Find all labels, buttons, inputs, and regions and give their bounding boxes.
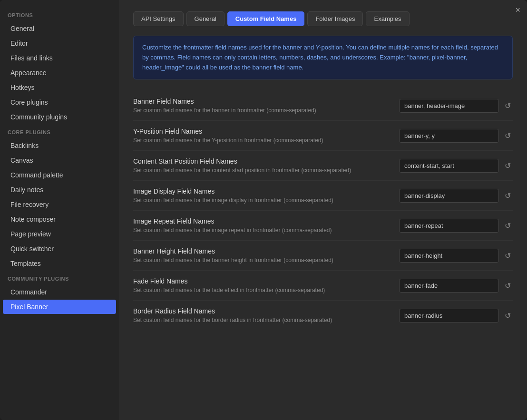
sidebar-item-appearance[interactable]: Appearance bbox=[3, 66, 116, 80]
field-desc-y-position-field-names: Set custom field names for the Y-positio… bbox=[133, 137, 391, 144]
field-info-y-position-field-names: Y-Position Field NamesSet custom field n… bbox=[133, 127, 391, 144]
field-row-content-start-position-field-names: Content Start Position Field NamesSet cu… bbox=[133, 151, 513, 181]
sidebar-item-quick-switcher[interactable]: Quick switcher bbox=[3, 242, 116, 256]
field-desc-content-start-position-field-names: Set custom field names for the content s… bbox=[133, 167, 391, 174]
reset-button-banner-field-names[interactable]: ↺ bbox=[503, 99, 513, 112]
field-label-fade-field-names: Fade Field Names bbox=[133, 277, 391, 285]
options-items-container: GeneralEditorFiles and linksAppearanceHo… bbox=[0, 21, 119, 124]
sidebar-item-community-plugins[interactable]: Community plugins bbox=[3, 110, 116, 124]
tab-api-settings[interactable]: API Settings bbox=[133, 11, 184, 26]
modal-body: Options GeneralEditorFiles and linksAppe… bbox=[0, 0, 527, 420]
tab-folder-images[interactable]: Folder Images bbox=[307, 11, 363, 26]
field-input-border-radius-field-names[interactable] bbox=[399, 309, 499, 322]
field-desc-image-repeat-field-names: Set custom field names for the image rep… bbox=[133, 227, 391, 234]
community-plugins-section-label: Community plugins bbox=[0, 271, 119, 284]
field-input-image-repeat-field-names[interactable] bbox=[399, 219, 499, 233]
field-input-image-display-field-names[interactable] bbox=[399, 189, 499, 203]
field-info-banner-height-field-names: Banner Height Field NamesSet custom fiel… bbox=[133, 247, 391, 264]
field-input-group-banner-field-names: ↺ bbox=[399, 99, 513, 113]
options-section-label: Options bbox=[0, 8, 119, 21]
sidebar-item-daily-notes[interactable]: Daily notes bbox=[3, 183, 116, 197]
field-input-y-position-field-names[interactable] bbox=[399, 129, 499, 143]
field-row-image-display-field-names: Image Display Field NamesSet custom fiel… bbox=[133, 181, 513, 211]
sidebar-item-hotkeys[interactable]: Hotkeys bbox=[3, 80, 116, 95]
reset-button-content-start-position-field-names[interactable]: ↺ bbox=[503, 159, 513, 172]
reset-button-border-radius-field-names[interactable]: ↺ bbox=[503, 309, 513, 322]
sidebar-item-canvas[interactable]: Canvas bbox=[3, 153, 116, 167]
field-row-fade-field-names: Fade Field NamesSet custom field names f… bbox=[133, 271, 513, 301]
reset-button-banner-height-field-names[interactable]: ↺ bbox=[503, 249, 513, 262]
reset-button-fade-field-names[interactable]: ↺ bbox=[503, 279, 513, 292]
field-input-group-fade-field-names: ↺ bbox=[399, 279, 513, 293]
sidebar: Options GeneralEditorFiles and linksAppe… bbox=[0, 0, 119, 420]
tab-custom-field-names[interactable]: Custom Field Names bbox=[227, 11, 305, 26]
field-info-image-repeat-field-names: Image Repeat Field NamesSet custom field… bbox=[133, 217, 391, 234]
core-plugins-section-label: Core plugins bbox=[0, 125, 119, 138]
community-plugins-items-container: CommanderPixel Banner bbox=[0, 285, 119, 314]
sidebar-item-general[interactable]: General bbox=[3, 21, 116, 36]
field-info-content-start-position-field-names: Content Start Position Field NamesSet cu… bbox=[133, 157, 391, 174]
sidebar-item-files-and-links[interactable]: Files and links bbox=[3, 51, 116, 65]
field-info-fade-field-names: Fade Field NamesSet custom field names f… bbox=[133, 277, 391, 293]
sidebar-item-backlinks[interactable]: Backlinks bbox=[3, 138, 116, 153]
field-input-group-y-position-field-names: ↺ bbox=[399, 129, 513, 143]
field-label-content-start-position-field-names: Content Start Position Field Names bbox=[133, 157, 391, 165]
field-label-image-display-field-names: Image Display Field Names bbox=[133, 187, 391, 195]
tab-general[interactable]: General bbox=[186, 11, 224, 26]
fields-container: Banner Field NamesSet custom field names… bbox=[133, 91, 513, 330]
info-box: Customize the frontmatter field names us… bbox=[133, 36, 513, 79]
field-input-banner-field-names[interactable] bbox=[399, 99, 499, 113]
field-desc-banner-field-names: Set custom field names for the banner in… bbox=[133, 107, 391, 114]
sidebar-item-page-preview[interactable]: Page preview bbox=[3, 227, 116, 241]
field-input-group-content-start-position-field-names: ↺ bbox=[399, 159, 513, 173]
field-label-y-position-field-names: Y-Position Field Names bbox=[133, 127, 391, 135]
reset-button-image-repeat-field-names[interactable]: ↺ bbox=[503, 219, 513, 232]
field-info-image-display-field-names: Image Display Field NamesSet custom fiel… bbox=[133, 187, 391, 204]
sidebar-item-templates[interactable]: Templates bbox=[3, 256, 116, 271]
field-label-image-repeat-field-names: Image Repeat Field Names bbox=[133, 217, 391, 225]
field-info-banner-field-names: Banner Field NamesSet custom field names… bbox=[133, 98, 391, 114]
sidebar-item-command-palette[interactable]: Command palette bbox=[3, 168, 116, 182]
sidebar-item-note-composer[interactable]: Note composer bbox=[3, 212, 116, 226]
field-input-group-banner-height-field-names: ↺ bbox=[399, 249, 513, 263]
sidebar-item-core-plugins[interactable]: Core plugins bbox=[3, 95, 116, 109]
sidebar-item-pixel-banner[interactable]: Pixel Banner bbox=[3, 300, 116, 314]
field-input-group-image-repeat-field-names: ↺ bbox=[399, 219, 513, 233]
field-input-group-border-radius-field-names: ↺ bbox=[399, 309, 513, 322]
field-label-banner-field-names: Banner Field Names bbox=[133, 98, 391, 105]
field-desc-fade-field-names: Set custom field names for the fade effe… bbox=[133, 287, 391, 293]
settings-modal: × Options GeneralEditorFiles and linksAp… bbox=[0, 0, 527, 420]
field-input-content-start-position-field-names[interactable] bbox=[399, 159, 499, 173]
field-desc-banner-height-field-names: Set custom field names for the banner he… bbox=[133, 257, 391, 264]
field-info-border-radius-field-names: Border Radius Field NamesSet custom fiel… bbox=[133, 307, 391, 323]
main-content: API SettingsGeneralCustom Field NamesFol… bbox=[119, 0, 527, 420]
sidebar-item-file-recovery[interactable]: File recovery bbox=[3, 197, 116, 212]
field-row-border-radius-field-names: Border Radius Field NamesSet custom fiel… bbox=[133, 301, 513, 330]
field-row-banner-height-field-names: Banner Height Field NamesSet custom fiel… bbox=[133, 241, 513, 271]
reset-button-image-display-field-names[interactable]: ↺ bbox=[503, 189, 513, 202]
reset-button-y-position-field-names[interactable]: ↺ bbox=[503, 129, 513, 142]
sidebar-item-editor[interactable]: Editor bbox=[3, 36, 116, 50]
field-row-y-position-field-names: Y-Position Field NamesSet custom field n… bbox=[133, 121, 513, 151]
field-input-fade-field-names[interactable] bbox=[399, 279, 499, 293]
close-button[interactable]: × bbox=[515, 6, 520, 14]
tabs-container: API SettingsGeneralCustom Field NamesFol… bbox=[133, 11, 513, 26]
field-desc-image-display-field-names: Set custom field names for the image dis… bbox=[133, 197, 391, 204]
field-row-banner-field-names: Banner Field NamesSet custom field names… bbox=[133, 91, 513, 121]
field-row-image-repeat-field-names: Image Repeat Field NamesSet custom field… bbox=[133, 211, 513, 241]
field-desc-border-radius-field-names: Set custom field names for the border ra… bbox=[133, 317, 391, 323]
field-label-border-radius-field-names: Border Radius Field Names bbox=[133, 307, 391, 315]
field-label-banner-height-field-names: Banner Height Field Names bbox=[133, 247, 391, 255]
field-input-group-image-display-field-names: ↺ bbox=[399, 189, 513, 203]
field-input-banner-height-field-names[interactable] bbox=[399, 249, 499, 263]
tab-examples[interactable]: Examples bbox=[366, 11, 409, 26]
core-plugins-items-container: BacklinksCanvasCommand paletteDaily note… bbox=[0, 138, 119, 271]
sidebar-item-commander[interactable]: Commander bbox=[3, 285, 116, 299]
